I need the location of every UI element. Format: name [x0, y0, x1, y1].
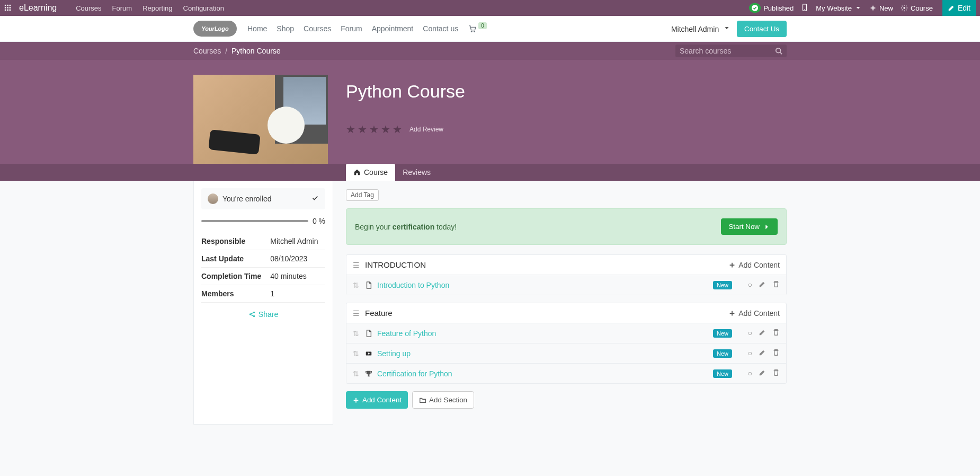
topnav-reporting[interactable]: Reporting [142, 4, 172, 12]
lesson-link[interactable]: Feature of Python [377, 329, 436, 338]
svg-rect-3 [5, 7, 6, 8]
new-button[interactable]: New [869, 4, 893, 12]
breadcrumb-root[interactable]: Courses [193, 47, 221, 55]
my-website-dropdown[interactable]: My Website [816, 4, 862, 12]
section: ☰ Feature Add Content ⇅ Feature of Pytho… [346, 303, 787, 384]
star-icon: ★ [346, 123, 355, 136]
drag-handle-icon[interactable]: ☰ [353, 261, 360, 269]
sitenav-courses[interactable]: Courses [304, 24, 331, 33]
sort-handle-icon[interactable]: ⇅ [353, 281, 359, 289]
course-sidebar: You're enrolled 0 % ResponsibleMitchell … [193, 181, 333, 425]
status-circle-icon[interactable]: ○ [748, 349, 752, 358]
meta-lastupdate-label: Last Update [201, 250, 270, 268]
svg-rect-8 [10, 10, 11, 11]
apps-icon[interactable] [4, 4, 12, 12]
trash-icon[interactable] [772, 369, 780, 378]
section-title: Feature [365, 308, 393, 318]
lesson-link[interactable]: Certification for Python [377, 369, 452, 378]
plus-icon [728, 310, 736, 317]
pdf-icon [364, 330, 373, 337]
published-toggle[interactable]: Published [749, 3, 794, 13]
svg-rect-2 [10, 5, 11, 6]
svg-rect-0 [5, 5, 6, 6]
status-circle-icon[interactable]: ○ [748, 280, 752, 289]
svg-rect-5 [10, 7, 11, 8]
enrolled-label: You're enrolled [222, 195, 271, 203]
topnav-configuration[interactable]: Configuration [183, 4, 224, 12]
sitenav-contact[interactable]: Contact us [423, 24, 458, 33]
meta-responsible: Mitchell Admin [270, 233, 325, 250]
sitenav-shop[interactable]: Shop [277, 24, 294, 33]
meta-completion-label: Completion Time [201, 268, 270, 285]
sitenav-appointment[interactable]: Appointment [372, 24, 414, 33]
plus-icon [352, 396, 360, 404]
lesson-link[interactable]: Introduction to Python [377, 281, 449, 289]
topnav-courses[interactable]: Courses [76, 4, 101, 12]
contact-us-button[interactable]: Contact Us [737, 21, 787, 37]
topnav-forum[interactable]: Forum [112, 4, 132, 12]
video-icon [364, 350, 373, 357]
user-menu[interactable]: Mitchell Admin [671, 24, 730, 33]
trash-icon[interactable] [772, 329, 780, 338]
search-input[interactable] [680, 47, 775, 55]
course-content: Add Tag Begin your certification today! … [346, 181, 787, 425]
mobile-icon[interactable] [801, 4, 808, 13]
svg-point-17 [253, 312, 255, 314]
folder-icon [419, 396, 426, 404]
new-badge: New [713, 281, 732, 289]
progress-value: 0 % [313, 217, 325, 225]
edit-icon[interactable] [759, 280, 766, 289]
lesson-row: ⇅ Setting up New ○ [346, 343, 786, 363]
avatar [208, 193, 218, 204]
site-header: YourLogo Home Shop Courses Forum Appoint… [0, 16, 980, 42]
topbar: eLearning Courses Forum Reporting Config… [0, 0, 980, 16]
drag-handle-icon[interactable]: ☰ [353, 309, 360, 318]
sort-handle-icon[interactable]: ⇅ [353, 349, 359, 358]
tab-reviews[interactable]: Reviews [395, 164, 438, 181]
section-title: INTRODUCTION [365, 260, 426, 269]
meta-members-label: Members [201, 285, 270, 303]
status-circle-icon[interactable]: ○ [748, 369, 752, 378]
trash-icon[interactable] [772, 349, 780, 358]
progress-bar [201, 220, 308, 222]
sitenav-forum[interactable]: Forum [341, 24, 362, 33]
search-icon[interactable] [775, 47, 782, 55]
status-circle-icon[interactable]: ○ [748, 329, 752, 338]
cart[interactable]: 0 [469, 25, 487, 32]
edit-icon[interactable] [759, 369, 766, 378]
add-section-button[interactable]: Add Section [412, 391, 474, 409]
new-badge: New [713, 349, 732, 358]
start-now-button[interactable]: Start Now [721, 218, 778, 235]
add-content-link[interactable]: Add Content [728, 261, 780, 269]
svg-point-15 [776, 48, 781, 53]
search-box[interactable] [675, 45, 787, 57]
svg-point-18 [253, 315, 255, 318]
tab-course[interactable]: Course [346, 164, 395, 181]
add-content-link[interactable]: Add Content [728, 309, 780, 318]
lesson-row: ⇅ Introduction to Python New ○ [346, 275, 786, 295]
svg-rect-4 [7, 7, 8, 8]
meta-completion: 40 minutes [270, 268, 325, 285]
add-review-link[interactable]: Add Review [409, 126, 443, 133]
svg-point-13 [471, 31, 473, 32]
trash-icon[interactable] [772, 280, 780, 289]
edit-icon[interactable] [759, 329, 766, 338]
site-logo[interactable]: YourLogo [193, 21, 237, 37]
sitenav-home[interactable]: Home [247, 24, 267, 33]
add-tag-button[interactable]: Add Tag [346, 189, 379, 201]
svg-point-14 [474, 31, 475, 32]
plus-icon [728, 261, 736, 269]
lesson-link[interactable]: Setting up [377, 349, 411, 358]
course-settings[interactable]: Course [901, 4, 933, 12]
meta-responsible-label: Responsible [201, 233, 270, 250]
trophy-icon [364, 370, 373, 377]
share-button[interactable]: Share [248, 310, 278, 319]
sort-handle-icon[interactable]: ⇅ [353, 329, 359, 338]
app-brand[interactable]: eLearning [19, 3, 57, 13]
add-content-button[interactable]: Add Content [346, 391, 408, 409]
sort-handle-icon[interactable]: ⇅ [353, 369, 359, 378]
star-icon: ★ [358, 123, 367, 136]
edit-icon[interactable] [759, 349, 766, 358]
edit-button[interactable]: Edit [942, 0, 976, 16]
rating-stars[interactable]: ★ ★ ★ ★ ★ [346, 123, 402, 136]
